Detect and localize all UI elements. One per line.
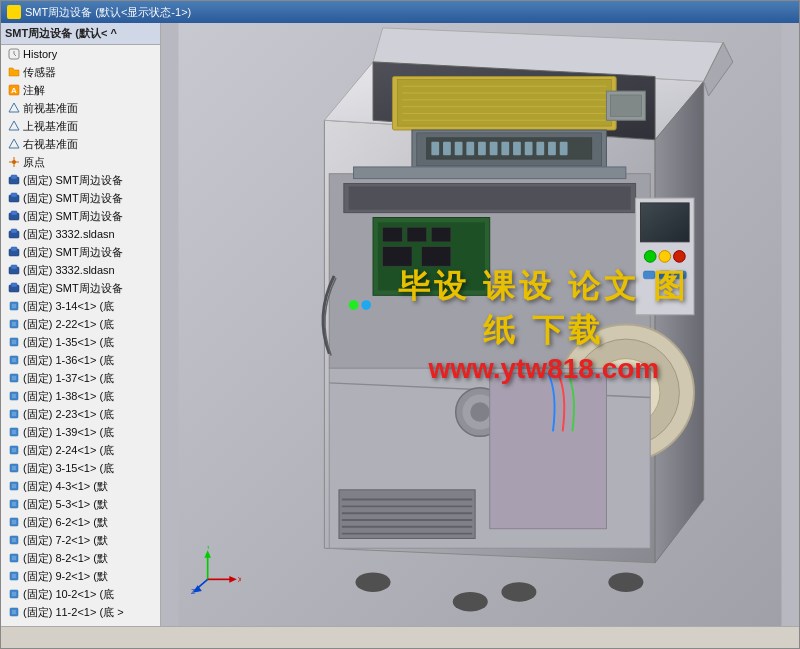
- svg-rect-119: [422, 247, 451, 266]
- part-icon: [7, 443, 21, 457]
- svg-rect-117: [431, 227, 450, 242]
- part-icon: [7, 551, 21, 565]
- app-icon: [7, 5, 21, 19]
- svg-point-77: [356, 573, 391, 592]
- title-text: SMT周边设备 (默认<显示状态-1>): [25, 5, 191, 20]
- svg-marker-154: [229, 576, 237, 583]
- tree-item-part8[interactable]: (固定) 1-39<1> (底: [1, 423, 160, 441]
- part-icon: [7, 587, 21, 601]
- svg-point-78: [501, 582, 536, 601]
- part-icon: [7, 533, 21, 547]
- tree-label-part12: (固定) 5-3<1> (默: [23, 497, 108, 512]
- svg-rect-21: [11, 283, 17, 287]
- tree-item-fixed2[interactable]: (固定) SMT周边设备: [1, 189, 160, 207]
- svg-rect-150: [610, 95, 641, 116]
- part-icon: [7, 515, 21, 529]
- tree-item-annotation[interactable]: A注解: [1, 81, 160, 99]
- tree-label-part16: (固定) 9-2<1> (默: [23, 569, 108, 584]
- tree-item-part3[interactable]: (固定) 1-35<1> (底: [1, 333, 160, 351]
- svg-point-79: [608, 573, 643, 592]
- tree-label-fixed7: (固定) SMT周边设备: [23, 281, 123, 296]
- tree-item-fixed5[interactable]: (固定) SMT周边设备: [1, 243, 160, 261]
- tree-item-part15[interactable]: (固定) 8-2<1> (默: [1, 549, 160, 567]
- svg-rect-132: [675, 271, 687, 279]
- svg-marker-83: [655, 81, 704, 562]
- tree-item-fixed6[interactable]: (固定) 3332.sldasn: [1, 261, 160, 279]
- svg-rect-100: [455, 142, 463, 156]
- tree-item-sensor[interactable]: 传感器: [1, 63, 160, 81]
- part-icon: [7, 479, 21, 493]
- tree-item-origin[interactable]: 原点: [1, 153, 160, 171]
- svg-rect-31: [10, 356, 18, 364]
- svg-rect-67: [10, 572, 18, 580]
- machine-render: [161, 23, 799, 626]
- svg-rect-103: [490, 142, 498, 156]
- part-icon: [7, 335, 21, 349]
- tree-item-part1[interactable]: (固定) 3-14<1> (底: [1, 297, 160, 315]
- assembly-icon: [7, 173, 21, 187]
- tree-label-part8: (固定) 1-39<1> (底: [23, 425, 114, 440]
- plane-icon: [7, 101, 21, 115]
- svg-rect-105: [513, 142, 521, 156]
- part-icon: [7, 299, 21, 313]
- tree-item-part5[interactable]: (固定) 1-37<1> (底: [1, 369, 160, 387]
- tree-item-part6[interactable]: (固定) 1-38<1> (底: [1, 387, 160, 405]
- tree-label-part15: (固定) 8-2<1> (默: [23, 551, 108, 566]
- tree-item-fixed1[interactable]: (固定) SMT周边设备: [1, 171, 160, 189]
- folder-icon: [7, 65, 21, 79]
- svg-rect-9: [11, 175, 17, 179]
- svg-point-128: [659, 251, 671, 263]
- sidebar[interactable]: SMT周边设备 (默认< ^ History传感器A注解前视基准面上视基准面右视…: [1, 23, 161, 626]
- tree-container: History传感器A注解前视基准面上视基准面右视基准面原点(固定) SMT周边…: [1, 45, 160, 621]
- svg-rect-34: [10, 374, 18, 382]
- tree-label-part3: (固定) 1-35<1> (底: [23, 335, 114, 350]
- tree-item-part7[interactable]: (固定) 2-23<1> (底: [1, 405, 160, 423]
- part-icon: [7, 569, 21, 583]
- svg-rect-15: [11, 229, 17, 233]
- tree-item-part12[interactable]: (固定) 5-3<1> (默: [1, 495, 160, 513]
- tree-item-part10[interactable]: (固定) 3-15<1> (底: [1, 459, 160, 477]
- tree-item-part11[interactable]: (固定) 4-3<1> (默: [1, 477, 160, 495]
- svg-rect-28: [10, 338, 18, 346]
- tree-item-fixed4[interactable]: (固定) 3332.sldasn: [1, 225, 160, 243]
- svg-point-127: [644, 251, 656, 263]
- tree-item-part18[interactable]: (固定) 11-2<1> (底 >: [1, 603, 160, 621]
- tree-item-part16[interactable]: (固定) 9-2<1> (默: [1, 567, 160, 585]
- svg-marker-152: [204, 550, 211, 558]
- svg-text:Z: Z: [191, 588, 195, 595]
- viewport: 毕设 课设 论文 图纸 下载 www.ytw818.com Y X Z: [161, 23, 799, 626]
- tree-item-part4[interactable]: (固定) 1-36<1> (底: [1, 351, 160, 369]
- tree-item-part14[interactable]: (固定) 7-2<1> (默: [1, 531, 160, 549]
- tree-item-fixed3[interactable]: (固定) SMT周边设备: [1, 207, 160, 225]
- assembly-icon: [7, 191, 21, 205]
- svg-rect-37: [10, 392, 18, 400]
- svg-rect-61: [10, 536, 18, 544]
- tree-label-part13: (固定) 6-2<1> (默: [23, 515, 108, 530]
- svg-text:A: A: [11, 86, 17, 95]
- tree-item-fixed7[interactable]: (固定) SMT周边设备: [1, 279, 160, 297]
- tree-item-top-plane[interactable]: 上视基准面: [1, 117, 160, 135]
- svg-rect-101: [466, 142, 474, 156]
- tree-item-front-plane[interactable]: 前视基准面: [1, 99, 160, 117]
- svg-line-2: [14, 54, 16, 56]
- tree-item-right-plane[interactable]: 右视基准面: [1, 135, 160, 153]
- tree-item-part9[interactable]: (固定) 2-24<1> (底: [1, 441, 160, 459]
- svg-rect-13: [11, 211, 17, 215]
- tree-label-origin: 原点: [23, 155, 45, 170]
- svg-point-7: [12, 160, 16, 164]
- tree-item-part13[interactable]: (固定) 6-2<1> (默: [1, 513, 160, 531]
- plane-icon: [7, 119, 21, 133]
- svg-rect-22: [10, 302, 18, 310]
- svg-rect-43: [10, 428, 18, 436]
- app-container: SMT周边设备 (默认<显示状态-1>) SMT周边设备 (默认< ^ Hist…: [0, 0, 800, 649]
- status-bar: [1, 626, 799, 648]
- tree-item-part17[interactable]: (固定) 10-2<1> (底: [1, 585, 160, 603]
- tree-item-history[interactable]: History: [1, 45, 160, 63]
- tree-label-part11: (固定) 4-3<1> (默: [23, 479, 108, 494]
- tree-label-fixed1: (固定) SMT周边设备: [23, 173, 123, 188]
- svg-rect-118: [383, 247, 412, 266]
- tree-item-part2[interactable]: (固定) 2-22<1> (底: [1, 315, 160, 333]
- title-bar: SMT周边设备 (默认<显示状态-1>): [1, 1, 799, 23]
- history-icon: [7, 47, 21, 61]
- svg-rect-49: [10, 464, 18, 472]
